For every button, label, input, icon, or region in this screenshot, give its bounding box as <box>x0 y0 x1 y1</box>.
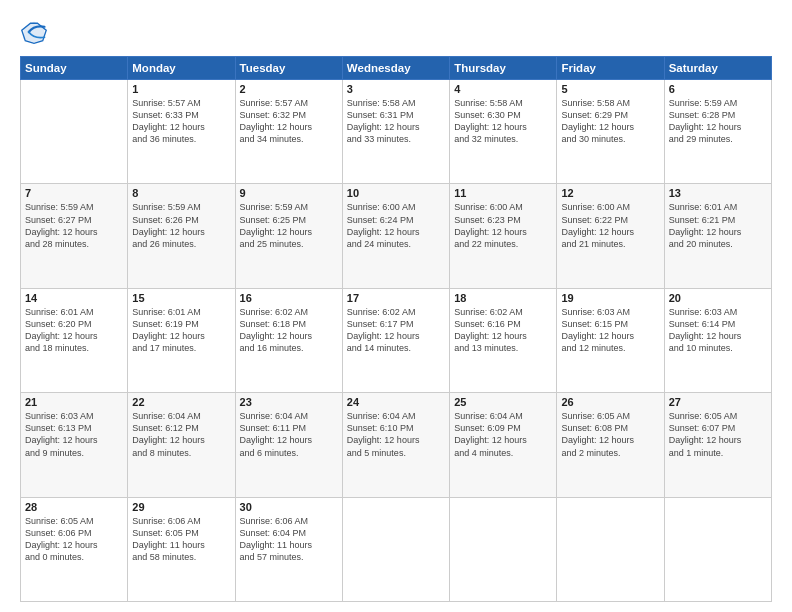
day-number: 24 <box>347 396 445 408</box>
day-number: 12 <box>561 187 659 199</box>
day-info: Sunrise: 6:01 AM Sunset: 6:19 PM Dayligh… <box>132 306 230 355</box>
day-number: 10 <box>347 187 445 199</box>
day-number: 9 <box>240 187 338 199</box>
day-info: Sunrise: 5:59 AM Sunset: 6:27 PM Dayligh… <box>25 201 123 250</box>
day-info: Sunrise: 6:05 AM Sunset: 6:06 PM Dayligh… <box>25 515 123 564</box>
calendar-cell: 23Sunrise: 6:04 AM Sunset: 6:11 PM Dayli… <box>235 393 342 497</box>
day-info: Sunrise: 5:58 AM Sunset: 6:31 PM Dayligh… <box>347 97 445 146</box>
calendar-cell: 27Sunrise: 6:05 AM Sunset: 6:07 PM Dayli… <box>664 393 771 497</box>
day-number: 15 <box>132 292 230 304</box>
day-number: 5 <box>561 83 659 95</box>
calendar-cell <box>450 497 557 601</box>
day-number: 2 <box>240 83 338 95</box>
calendar-cell: 3Sunrise: 5:58 AM Sunset: 6:31 PM Daylig… <box>342 80 449 184</box>
calendar-cell <box>342 497 449 601</box>
logo <box>20 18 52 46</box>
calendar-cell: 6Sunrise: 5:59 AM Sunset: 6:28 PM Daylig… <box>664 80 771 184</box>
weekday-header-wednesday: Wednesday <box>342 57 449 80</box>
calendar-cell: 22Sunrise: 6:04 AM Sunset: 6:12 PM Dayli… <box>128 393 235 497</box>
calendar-week-row: 28Sunrise: 6:05 AM Sunset: 6:06 PM Dayli… <box>21 497 772 601</box>
day-info: Sunrise: 6:04 AM Sunset: 6:10 PM Dayligh… <box>347 410 445 459</box>
calendar-cell: 12Sunrise: 6:00 AM Sunset: 6:22 PM Dayli… <box>557 184 664 288</box>
calendar-cell <box>21 80 128 184</box>
day-number: 30 <box>240 501 338 513</box>
day-info: Sunrise: 6:05 AM Sunset: 6:07 PM Dayligh… <box>669 410 767 459</box>
day-info: Sunrise: 5:59 AM Sunset: 6:25 PM Dayligh… <box>240 201 338 250</box>
day-info: Sunrise: 6:06 AM Sunset: 6:05 PM Dayligh… <box>132 515 230 564</box>
calendar-cell: 24Sunrise: 6:04 AM Sunset: 6:10 PM Dayli… <box>342 393 449 497</box>
calendar-cell <box>557 497 664 601</box>
calendar-cell: 21Sunrise: 6:03 AM Sunset: 6:13 PM Dayli… <box>21 393 128 497</box>
calendar-cell: 29Sunrise: 6:06 AM Sunset: 6:05 PM Dayli… <box>128 497 235 601</box>
day-info: Sunrise: 6:02 AM Sunset: 6:18 PM Dayligh… <box>240 306 338 355</box>
calendar-cell: 9Sunrise: 5:59 AM Sunset: 6:25 PM Daylig… <box>235 184 342 288</box>
day-info: Sunrise: 6:04 AM Sunset: 6:11 PM Dayligh… <box>240 410 338 459</box>
calendar-week-row: 1Sunrise: 5:57 AM Sunset: 6:33 PM Daylig… <box>21 80 772 184</box>
day-info: Sunrise: 6:03 AM Sunset: 6:15 PM Dayligh… <box>561 306 659 355</box>
calendar-cell: 2Sunrise: 5:57 AM Sunset: 6:32 PM Daylig… <box>235 80 342 184</box>
weekday-header-tuesday: Tuesday <box>235 57 342 80</box>
calendar-cell: 13Sunrise: 6:01 AM Sunset: 6:21 PM Dayli… <box>664 184 771 288</box>
day-number: 17 <box>347 292 445 304</box>
day-number: 11 <box>454 187 552 199</box>
calendar-cell <box>664 497 771 601</box>
calendar-cell: 5Sunrise: 5:58 AM Sunset: 6:29 PM Daylig… <box>557 80 664 184</box>
day-number: 18 <box>454 292 552 304</box>
weekday-header-friday: Friday <box>557 57 664 80</box>
day-number: 8 <box>132 187 230 199</box>
calendar-cell: 17Sunrise: 6:02 AM Sunset: 6:17 PM Dayli… <box>342 288 449 392</box>
day-number: 27 <box>669 396 767 408</box>
calendar-cell: 8Sunrise: 5:59 AM Sunset: 6:26 PM Daylig… <box>128 184 235 288</box>
day-info: Sunrise: 6:00 AM Sunset: 6:22 PM Dayligh… <box>561 201 659 250</box>
calendar-cell: 15Sunrise: 6:01 AM Sunset: 6:19 PM Dayli… <box>128 288 235 392</box>
calendar-cell: 16Sunrise: 6:02 AM Sunset: 6:18 PM Dayli… <box>235 288 342 392</box>
day-info: Sunrise: 6:01 AM Sunset: 6:20 PM Dayligh… <box>25 306 123 355</box>
day-number: 16 <box>240 292 338 304</box>
day-number: 20 <box>669 292 767 304</box>
day-info: Sunrise: 6:03 AM Sunset: 6:14 PM Dayligh… <box>669 306 767 355</box>
calendar-cell: 4Sunrise: 5:58 AM Sunset: 6:30 PM Daylig… <box>450 80 557 184</box>
calendar-week-row: 21Sunrise: 6:03 AM Sunset: 6:13 PM Dayli… <box>21 393 772 497</box>
calendar-cell: 1Sunrise: 5:57 AM Sunset: 6:33 PM Daylig… <box>128 80 235 184</box>
day-info: Sunrise: 5:58 AM Sunset: 6:29 PM Dayligh… <box>561 97 659 146</box>
day-info: Sunrise: 5:57 AM Sunset: 6:33 PM Dayligh… <box>132 97 230 146</box>
day-number: 1 <box>132 83 230 95</box>
calendar-table: SundayMondayTuesdayWednesdayThursdayFrid… <box>20 56 772 602</box>
day-info: Sunrise: 6:00 AM Sunset: 6:24 PM Dayligh… <box>347 201 445 250</box>
day-info: Sunrise: 6:02 AM Sunset: 6:16 PM Dayligh… <box>454 306 552 355</box>
day-number: 3 <box>347 83 445 95</box>
day-number: 6 <box>669 83 767 95</box>
day-info: Sunrise: 5:59 AM Sunset: 6:26 PM Dayligh… <box>132 201 230 250</box>
day-number: 26 <box>561 396 659 408</box>
calendar-cell: 26Sunrise: 6:05 AM Sunset: 6:08 PM Dayli… <box>557 393 664 497</box>
day-number: 23 <box>240 396 338 408</box>
calendar-cell: 7Sunrise: 5:59 AM Sunset: 6:27 PM Daylig… <box>21 184 128 288</box>
day-info: Sunrise: 5:59 AM Sunset: 6:28 PM Dayligh… <box>669 97 767 146</box>
day-info: Sunrise: 5:57 AM Sunset: 6:32 PM Dayligh… <box>240 97 338 146</box>
calendar-cell: 25Sunrise: 6:04 AM Sunset: 6:09 PM Dayli… <box>450 393 557 497</box>
calendar-cell: 18Sunrise: 6:02 AM Sunset: 6:16 PM Dayli… <box>450 288 557 392</box>
calendar-cell: 14Sunrise: 6:01 AM Sunset: 6:20 PM Dayli… <box>21 288 128 392</box>
day-number: 21 <box>25 396 123 408</box>
calendar-cell: 28Sunrise: 6:05 AM Sunset: 6:06 PM Dayli… <box>21 497 128 601</box>
day-info: Sunrise: 6:05 AM Sunset: 6:08 PM Dayligh… <box>561 410 659 459</box>
weekday-header-row: SundayMondayTuesdayWednesdayThursdayFrid… <box>21 57 772 80</box>
logo-icon <box>20 18 48 46</box>
day-info: Sunrise: 6:00 AM Sunset: 6:23 PM Dayligh… <box>454 201 552 250</box>
day-number: 13 <box>669 187 767 199</box>
day-number: 25 <box>454 396 552 408</box>
calendar-cell: 20Sunrise: 6:03 AM Sunset: 6:14 PM Dayli… <box>664 288 771 392</box>
calendar-cell: 10Sunrise: 6:00 AM Sunset: 6:24 PM Dayli… <box>342 184 449 288</box>
weekday-header-thursday: Thursday <box>450 57 557 80</box>
day-info: Sunrise: 6:02 AM Sunset: 6:17 PM Dayligh… <box>347 306 445 355</box>
day-info: Sunrise: 6:04 AM Sunset: 6:12 PM Dayligh… <box>132 410 230 459</box>
weekday-header-sunday: Sunday <box>21 57 128 80</box>
header <box>20 18 772 46</box>
day-number: 4 <box>454 83 552 95</box>
calendar-week-row: 7Sunrise: 5:59 AM Sunset: 6:27 PM Daylig… <box>21 184 772 288</box>
weekday-header-saturday: Saturday <box>664 57 771 80</box>
calendar-cell: 19Sunrise: 6:03 AM Sunset: 6:15 PM Dayli… <box>557 288 664 392</box>
calendar-cell: 30Sunrise: 6:06 AM Sunset: 6:04 PM Dayli… <box>235 497 342 601</box>
page: SundayMondayTuesdayWednesdayThursdayFrid… <box>0 0 792 612</box>
day-number: 19 <box>561 292 659 304</box>
